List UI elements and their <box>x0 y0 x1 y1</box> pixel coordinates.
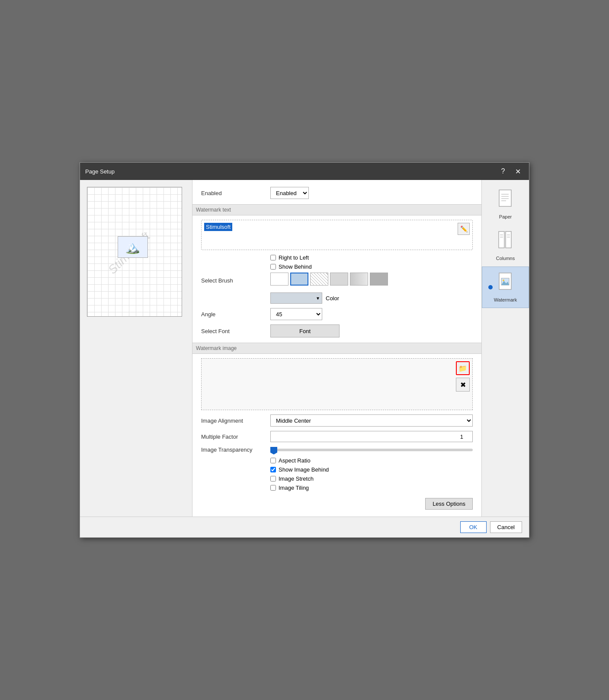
color-label: Color <box>326 295 339 302</box>
nav-item-watermark[interactable]: Watermark <box>482 267 529 308</box>
dialog-title: Page Setup <box>85 168 115 175</box>
image-tiling-checkbox[interactable] <box>270 485 276 491</box>
less-options-button[interactable]: Less Options <box>425 498 473 510</box>
right-to-left-label: Right to Left <box>279 254 309 261</box>
enabled-select[interactable]: Enabled Disabled <box>270 187 309 199</box>
show-behind-label: Show Behind <box>279 263 312 270</box>
clear-image-button[interactable]: ✖ <box>456 378 470 392</box>
image-transparency-slider-thumb[interactable] <box>270 445 277 455</box>
image-tiling-row: Image Tiling <box>270 485 473 491</box>
columns-label: Columns <box>496 256 515 261</box>
select-brush-label: Select Brush <box>201 277 270 284</box>
watermark-active-dot <box>488 285 493 289</box>
close-button[interactable]: ✕ <box>512 166 524 177</box>
less-options-area: Less Options <box>201 498 473 510</box>
load-image-button[interactable]: 📁 <box>456 361 470 375</box>
aspect-ratio-checkbox[interactable] <box>270 458 276 463</box>
image-transparency-slider-track <box>270 449 473 451</box>
ok-button[interactable]: OK <box>460 521 487 533</box>
color-picker-button[interactable]: ▼ <box>270 292 322 304</box>
edit-text-button[interactable]: ✏️ <box>458 223 470 235</box>
watermark-icon <box>497 272 514 295</box>
brush-light-blue-button[interactable] <box>290 273 308 286</box>
svg-rect-5 <box>499 231 504 248</box>
aspect-ratio-label: Aspect Ratio <box>279 457 311 464</box>
show-image-behind-label: Show Image Behind <box>279 466 329 473</box>
color-row: ▼ Color <box>270 292 473 304</box>
svg-point-14 <box>503 279 504 281</box>
image-alignment-control: Middle Center Top Left Top Center Top Ri… <box>270 414 473 427</box>
image-stretch-row: Image Stretch <box>270 475 473 482</box>
image-stretch-label: Image Stretch <box>279 475 314 482</box>
multiple-factor-control <box>270 431 473 442</box>
show-image-behind-row: Show Image Behind <box>270 466 473 473</box>
show-behind-row: Show Behind <box>270 263 473 270</box>
image-transparency-row: Image Transparency <box>201 446 473 453</box>
brush-gray-grad-button[interactable] <box>350 273 368 286</box>
brush-buttons <box>270 273 473 288</box>
paper-label: Paper <box>499 214 512 219</box>
cancel-button[interactable]: Cancel <box>490 521 522 533</box>
nav-item-paper[interactable]: Paper <box>482 183 529 225</box>
angle-control: 45 0 90 -45 <box>270 308 473 320</box>
right-to-left-checkbox[interactable] <box>270 255 276 260</box>
brush-light-gray-button[interactable] <box>330 273 348 286</box>
image-stretch-checkbox[interactable] <box>270 476 276 482</box>
multiple-factor-label: Multiple Factor <box>201 433 270 440</box>
page-setup-dialog: Page Setup ? ✕ Stimulsoft 🏔️ Enabled <box>80 162 529 538</box>
nav-item-columns[interactable]: Columns <box>482 225 529 267</box>
show-image-behind-checkbox[interactable] <box>270 467 276 472</box>
watermark-image-area: 📁 ✖ <box>201 358 473 410</box>
brush-solid-button[interactable] <box>270 273 288 286</box>
image-alignment-label: Image Alignment <box>201 417 270 424</box>
image-transparency-slider-container <box>270 449 473 451</box>
brush-selector <box>270 273 473 286</box>
select-font-label: Select Font <box>201 328 270 334</box>
aspect-ratio-row: Aspect Ratio <box>270 457 473 464</box>
svg-rect-0 <box>499 190 511 206</box>
image-alignment-select[interactable]: Middle Center Top Left Top Center Top Ri… <box>270 414 473 427</box>
brush-dark-gray-button[interactable] <box>370 273 388 286</box>
select-font-row: Select Font Font <box>201 324 473 337</box>
font-button[interactable]: Font <box>270 324 340 337</box>
multiple-factor-row: Multiple Factor <box>201 431 473 442</box>
columns-icon <box>497 231 514 254</box>
select-brush-row: Select Brush <box>201 273 473 288</box>
color-picker-arrow: ▼ <box>316 296 320 301</box>
help-button[interactable]: ? <box>497 166 509 177</box>
enabled-control: Enabled Disabled <box>270 187 473 199</box>
watermark-image-section-header: Watermark image <box>192 343 481 354</box>
brush-hatch-button[interactable] <box>310 273 328 286</box>
title-bar: Page Setup ? ✕ <box>80 163 529 180</box>
bottom-bar: OK Cancel <box>80 517 529 537</box>
page-preview: Stimulsoft 🏔️ <box>87 187 182 317</box>
title-bar-buttons: ? ✕ <box>497 166 524 177</box>
image-alignment-row: Image Alignment Middle Center Top Left T… <box>201 414 473 427</box>
watermark-text-area: Stimulsoft ✏️ <box>201 220 473 250</box>
font-control: Font <box>270 324 473 337</box>
right-nav: Paper Columns <box>481 180 529 517</box>
svg-rect-6 <box>506 231 511 248</box>
preview-image-box: 🏔️ <box>118 236 148 258</box>
enabled-row: Enabled Enabled Disabled <box>201 187 473 199</box>
paper-icon <box>497 189 514 212</box>
preview-image-icon: 🏔️ <box>125 240 140 254</box>
angle-row: Angle 45 0 90 -45 <box>201 308 473 320</box>
image-tiling-label: Image Tiling <box>279 485 309 491</box>
angle-select[interactable]: 45 0 90 -45 <box>270 308 322 320</box>
main-content: Enabled Enabled Disabled Watermark text … <box>192 180 481 517</box>
watermark-text-value: Stimulsoft <box>204 223 232 231</box>
multiple-factor-input[interactable] <box>270 431 473 442</box>
enabled-label: Enabled <box>201 190 270 196</box>
dialog-body: Stimulsoft 🏔️ Enabled Enabled Disabled <box>80 180 529 517</box>
angle-label: Angle <box>201 311 270 318</box>
watermark-text-section-header: Watermark text <box>192 204 481 215</box>
show-behind-checkbox[interactable] <box>270 264 276 270</box>
watermark-label: Watermark <box>494 297 517 302</box>
right-to-left-row: Right to Left <box>270 254 473 261</box>
left-panel: Stimulsoft 🏔️ <box>80 180 192 517</box>
image-transparency-label: Image Transparency <box>201 446 270 453</box>
